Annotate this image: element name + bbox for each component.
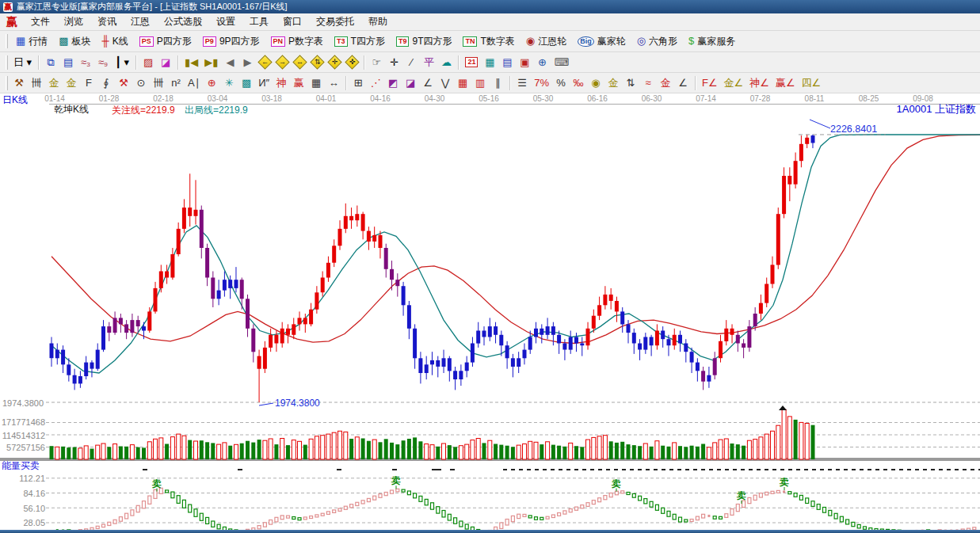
quotes-button[interactable]: ▦行情 (10, 32, 53, 51)
menu-item-2[interactable]: 资讯 (90, 13, 124, 30)
width-tool[interactable]: ↔ (325, 75, 342, 91)
t-table-button[interactable]: TNT数字表 (457, 32, 520, 51)
v-lines-tool[interactable]: ⋁ (437, 75, 454, 91)
ruler-tool[interactable]: 卌 (28, 75, 45, 91)
red-wave-tool[interactable]: ≈ (639, 75, 657, 91)
diamond-expand-button[interactable]: ✜ (343, 55, 360, 70)
ying-tool[interactable]: 赢 (290, 75, 307, 91)
slash-lines-tool[interactable]: ∥ (489, 75, 506, 91)
fan-box-1-tool[interactable]: ◩ (384, 75, 402, 91)
angle-gold-tool[interactable]: 金∠ (721, 75, 747, 91)
menu-item-6[interactable]: 工具 (242, 13, 276, 30)
trendline-tool-button[interactable]: ∕ (402, 55, 420, 70)
gold-circle-tool[interactable]: ◉ (587, 75, 604, 91)
menu-item-1[interactable]: 浏览 (57, 13, 90, 30)
crosshair-tool-button[interactable]: ✛ (385, 55, 402, 70)
period-day-dropdown[interactable]: 日 ▾ (10, 55, 35, 70)
nav-prev-button[interactable]: ◀ (221, 55, 238, 70)
ruler-2-tool[interactable]: 卌 (150, 75, 167, 91)
fan-lines-tool[interactable]: ⋰ (367, 75, 384, 91)
nav-next-button[interactable]: ▶ (238, 55, 256, 70)
n-quote-tool[interactable]: И″ (255, 75, 273, 91)
energy-indicator-label[interactable]: 能量买卖 (2, 461, 40, 470)
workstation-icon[interactable]: ⌨ (551, 55, 572, 70)
title-bar[interactable]: 赢 赢家江恩专业版[赢家内部服务平台] - [上证指数 SH1A0001-167… (0, 0, 980, 13)
red-gold-tool[interactable]: 金 (657, 75, 674, 91)
candle-style-dropdown[interactable]: ┃ ▾ (112, 55, 132, 70)
gann-box-tool[interactable]: ⊞ (349, 75, 367, 91)
angle-lines-tool[interactable]: ∠ (419, 75, 437, 91)
grid-123-tool[interactable]: ▦ (307, 75, 325, 91)
calculator-icon[interactable]: ▦ (481, 55, 498, 70)
toolbar-grip[interactable] (6, 55, 8, 70)
gold-ruler-1[interactable]: 金 (45, 75, 63, 91)
p-table-button[interactable]: PNP数字表 (265, 32, 330, 51)
pen-updown-tool[interactable]: ⇅ (622, 75, 639, 91)
chart-canvas[interactable]: 01-1401-2802-1803-0403-1804-0104-1604-30… (0, 93, 980, 533)
target-tool[interactable]: ⊕ (203, 75, 220, 91)
symbol-label[interactable]: 1A0001 上证指数 (897, 105, 976, 114)
wave-9-icon[interactable]: ≈₉ (94, 55, 112, 70)
period-label[interactable]: 日K线 (2, 95, 28, 105)
9p-square-button[interactable]: P99P四方形 (197, 32, 265, 51)
menu-item-0[interactable]: 文件 (24, 13, 57, 30)
axe-tool[interactable]: ⚒ (10, 75, 28, 91)
hand-tool-button[interactable]: ☞ (368, 55, 385, 70)
angle-shen-tool[interactable]: 神∠ (746, 75, 772, 91)
notes-icon[interactable]: ▤ (498, 55, 516, 70)
menu-item-5[interactable]: 设置 (209, 13, 242, 30)
histogram-icon[interactable]: ◪ (157, 55, 174, 70)
diamond-hspan-button[interactable]: ↔ (291, 55, 308, 70)
nav-first-button[interactable]: ▮◀ (181, 55, 201, 70)
menu-item-3[interactable]: 江恩 (124, 13, 157, 30)
diamond-right-button[interactable]: → (273, 55, 291, 70)
red-grid-1-tool[interactable]: ▦ (454, 75, 471, 91)
save-icon[interactable]: ▣ (516, 55, 533, 70)
red-grid-2-tool[interactable]: ▥ (471, 75, 489, 91)
angle-ying-tool[interactable]: 赢∠ (772, 75, 799, 91)
9t-square-button[interactable]: T99T四方形 (391, 32, 458, 51)
region-map-icon[interactable]: ▨ (139, 55, 157, 70)
a-measure-tool[interactable]: A∣ (185, 75, 203, 91)
info-list-icon[interactable]: ▤ (59, 55, 77, 70)
fan-box-2-tool[interactable]: ◪ (402, 75, 419, 91)
diamond-vspan-button[interactable]: ⇅ (308, 55, 326, 70)
f-ruler-tool[interactable]: F (80, 75, 97, 91)
winner-service-button[interactable]: $赢家服务 (683, 32, 741, 51)
percent-tool[interactable]: % (552, 75, 570, 91)
cloud-tool-button[interactable]: ☁ (437, 55, 455, 70)
kline-button[interactable]: ╫K线 (97, 32, 134, 51)
web-icon[interactable]: ⊕ (533, 55, 551, 70)
grid-target-tool[interactable]: ▩ (238, 75, 255, 91)
shen-tool[interactable]: 神 (273, 75, 290, 91)
diamond-cross-button[interactable]: ✛ (326, 55, 343, 70)
winner-wheel-button[interactable]: Big赢家轮 (572, 32, 631, 51)
gold-line-tool[interactable]: 金 (604, 75, 622, 91)
angle-f-tool[interactable]: F∠ (699, 75, 721, 91)
toolbar-grip[interactable] (6, 34, 8, 48)
wave-3-icon[interactable]: ≈₃ (77, 55, 94, 70)
spiral-tool[interactable]: ∮ (97, 75, 115, 91)
sectors-button[interactable]: ▩板块 (53, 32, 96, 51)
permille-tool[interactable]: ‰ (570, 75, 587, 91)
n-square-tool[interactable]: n² (167, 75, 185, 91)
p-square-button[interactable]: PSP四方形 (134, 32, 197, 51)
t-square-button[interactable]: T3T四方形 (329, 32, 391, 51)
gann-wheel-button[interactable]: ◉江恩轮 (521, 32, 572, 51)
j-angle-tool[interactable]: ∠ (674, 75, 692, 91)
red-axe-tool[interactable]: ⚒ (115, 75, 132, 91)
nav-last-button[interactable]: ▶▮ (201, 55, 221, 70)
star-grid-tool[interactable]: ✳ (220, 75, 238, 91)
menu-item-9[interactable]: 帮助 (361, 13, 395, 30)
angle-si-tool[interactable]: 四∠ (799, 75, 825, 91)
menu-item-7[interactable]: 窗口 (276, 13, 309, 30)
toolbar-grip[interactable] (6, 76, 8, 90)
seven-pct-tool[interactable]: 7% (531, 75, 552, 91)
menu-item-4[interactable]: 公式选股 (157, 13, 209, 30)
gann-ping-tool-button[interactable]: 平 (420, 55, 437, 70)
price-scale-tool[interactable]: ☰ (513, 75, 531, 91)
clock-cycle-tool[interactable]: ⊙ (132, 75, 150, 91)
gold-ruler-2[interactable]: 金 (63, 75, 80, 91)
calendar-21-icon[interactable]: 21 (462, 55, 481, 70)
hexagon-button[interactable]: ◎六角形 (631, 32, 683, 51)
